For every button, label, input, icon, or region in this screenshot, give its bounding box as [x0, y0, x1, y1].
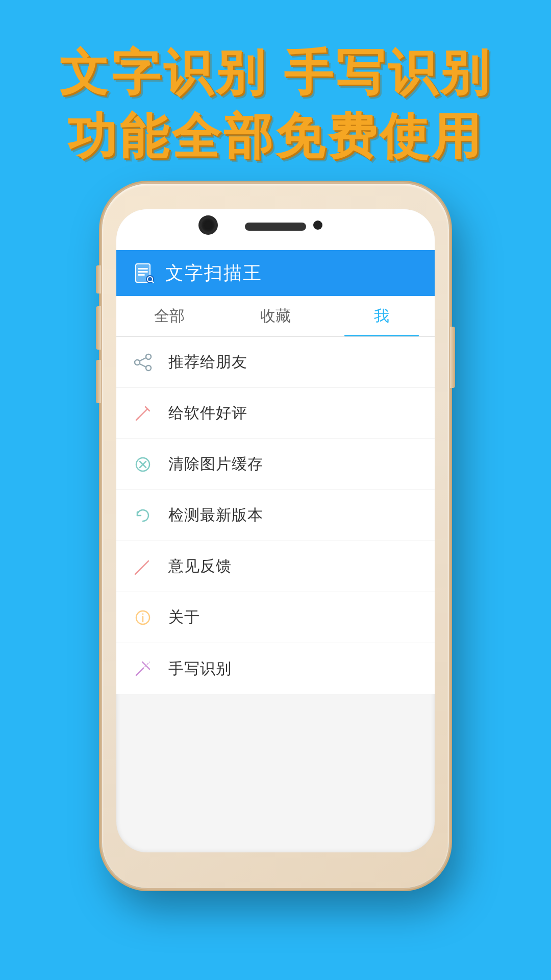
svg-line-18	[136, 561, 148, 573]
svg-point-7	[146, 354, 151, 359]
power-button	[450, 327, 455, 388]
hero-line1: 文字识别 手写识别	[31, 41, 520, 105]
menu-label-clear-cache: 清除图片缓存	[168, 454, 263, 475]
menu-item-clear-cache[interactable]: 清除图片缓存	[116, 439, 435, 490]
pen-icon	[132, 402, 154, 425]
menu-item-check-update[interactable]: 检测最新版本	[116, 490, 435, 541]
menu-item-handwrite[interactable]: 手写识别	[116, 643, 435, 694]
app-logo-icon	[132, 261, 156, 285]
info-icon	[132, 606, 154, 629]
menu-item-feedback[interactable]: 意见反馈	[116, 541, 435, 592]
svg-line-12	[137, 409, 147, 419]
svg-line-11	[140, 364, 146, 367]
svg-point-22	[142, 613, 144, 615]
clear-icon	[132, 453, 154, 476]
front-camera	[201, 217, 216, 233]
menu-list: 推荐给朋友 给软件好评	[116, 337, 435, 694]
svg-point-8	[135, 360, 140, 365]
tab-bar: 全部 收藏 我	[116, 296, 435, 337]
app-title: 文字扫描王	[165, 261, 262, 286]
tab-all[interactable]: 全部	[116, 296, 222, 336]
speaker	[245, 223, 306, 231]
hero-section: 文字识别 手写识别 功能全部免费使用	[0, 41, 551, 168]
menu-label-feedback: 意见反馈	[168, 556, 232, 577]
handwrite-icon	[132, 657, 154, 680]
phone-screen: 文字扫描王 全部 收藏 我	[116, 209, 435, 852]
svg-line-25	[136, 662, 149, 675]
phone-body: 文字扫描王 全部 收藏 我	[102, 184, 449, 888]
camera-dot	[313, 220, 322, 230]
menu-item-rate[interactable]: 给软件好评	[116, 388, 435, 439]
phone-mockup: 文字扫描王 全部 收藏 我	[102, 184, 449, 888]
menu-label-check-update: 检测最新版本	[168, 505, 263, 526]
svg-rect-1	[138, 268, 148, 270]
feedback-icon	[132, 555, 154, 578]
menu-label-rate: 给软件好评	[168, 403, 247, 424]
svg-point-9	[146, 365, 151, 371]
app-header: 文字扫描王	[116, 250, 435, 296]
volume-up-button	[96, 306, 101, 350]
tab-favorites[interactable]: 收藏	[222, 296, 329, 336]
phone-top-bar	[116, 209, 435, 250]
svg-rect-3	[138, 274, 145, 276]
menu-label-about: 关于	[168, 607, 200, 628]
menu-label-handwrite: 手写识别	[168, 658, 232, 679]
menu-label-recommend: 推荐给朋友	[168, 352, 247, 373]
mute-button	[96, 265, 101, 293]
svg-line-19	[135, 572, 137, 574]
share-icon	[132, 351, 154, 374]
svg-rect-2	[138, 271, 148, 273]
menu-item-recommend[interactable]: 推荐给朋友	[116, 337, 435, 388]
svg-line-10	[140, 358, 146, 361]
tab-me[interactable]: 我	[329, 296, 435, 336]
volume-down-button	[96, 360, 101, 403]
menu-item-about[interactable]: 关于	[116, 592, 435, 643]
svg-line-14	[136, 418, 138, 420]
hero-line2: 功能全部免费使用	[31, 105, 520, 168]
refresh-icon	[132, 504, 154, 527]
